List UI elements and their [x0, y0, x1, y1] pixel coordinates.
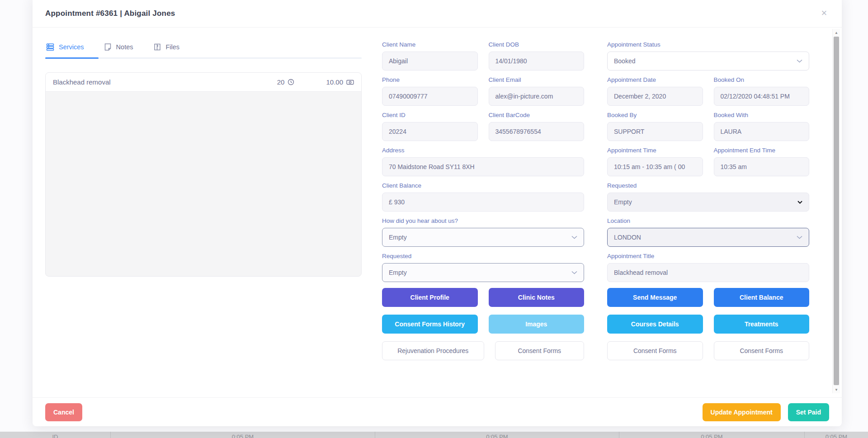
field-booked-with: Booked With LAURA: [714, 112, 810, 141]
field-client-name: Client Name Abigail: [382, 41, 478, 71]
appointment-end-time-input[interactable]: 10:35 am: [714, 157, 810, 176]
client-email-input[interactable]: alex@in-picture.com: [489, 87, 585, 106]
chevron-down-icon: [797, 59, 802, 63]
clock-icon: [288, 79, 294, 85]
background-cell: 0:05 PM: [375, 432, 619, 438]
files-icon: [153, 43, 161, 51]
appointment-date-input[interactable]: December 2, 2020: [607, 87, 703, 106]
appointment-end-time-label: Appointment End Time: [714, 147, 810, 154]
service-duration: 20: [277, 78, 295, 86]
appointment-title-label: Appointment Title: [607, 253, 809, 259]
consent-forms-button[interactable]: Consent Forms: [607, 341, 703, 360]
rejuvenation-procedures-button[interactable]: Rejuvenation Procedures: [382, 341, 484, 360]
field-booked-on: Booked On 02/12/2020 04:48:51 PM: [714, 76, 810, 106]
chevron-down-icon: [571, 235, 577, 239]
field-appointment-end-time: Appointment End Time 10:35 am: [714, 147, 810, 176]
requested-left-select[interactable]: Empty: [382, 263, 584, 282]
booked-with-input[interactable]: LAURA: [714, 122, 810, 141]
tab-services[interactable]: Services: [46, 43, 84, 51]
chevron-down-icon: [571, 271, 577, 274]
client-dob-input[interactable]: 14/01/1980: [489, 52, 585, 71]
service-price: 10.00: [326, 78, 354, 86]
service-row[interactable]: Blackhead removal 20 10.00: [46, 73, 361, 92]
phone-label: Phone: [382, 76, 478, 83]
appointment-time-input[interactable]: 10:15 am - 10:35 am ( 00: [607, 157, 703, 176]
client-dob-label: Client DOB: [489, 41, 585, 48]
set-paid-button[interactable]: Set Paid: [788, 403, 829, 421]
scrollbar-thumb[interactable]: [834, 37, 839, 385]
tab-files[interactable]: Files: [153, 43, 180, 51]
requested-right-select[interactable]: Empty: [607, 193, 809, 212]
background-cell: ID: [0, 432, 111, 438]
field-hear-about: How did you hear about us? Empty: [382, 217, 584, 247]
tab-notes-label: Notes: [116, 43, 133, 51]
modal-footer: Cancel Update Appointment Set Paid: [33, 397, 842, 426]
background-cell: 0:05 PM: [619, 432, 805, 438]
booked-with-label: Booked With: [714, 112, 810, 118]
form-column-left: Client Name Abigail Client DOB 14/01/198…: [382, 41, 584, 397]
appointment-time-label: Appointment Time: [607, 147, 703, 154]
client-profile-button[interactable]: Client Profile: [382, 288, 478, 307]
appointment-status-select[interactable]: Booked: [607, 52, 809, 71]
consent-forms-button[interactable]: Consent Forms: [495, 341, 585, 360]
services-panel: Services Notes: [45, 41, 362, 397]
field-client-id: Client ID 20224: [382, 112, 478, 141]
modal-header: Appointment #6361 | Abigail Jones ×: [33, 0, 842, 28]
tab-notes[interactable]: Notes: [104, 43, 133, 51]
booked-by-label: Booked By: [607, 112, 703, 118]
vertical-scrollbar[interactable]: ▲ ▼: [832, 29, 840, 393]
requested-right-label: Requested: [607, 182, 809, 189]
close-icon[interactable]: ×: [818, 7, 830, 19]
chevron-down-icon: [797, 235, 802, 239]
consent-forms-button[interactable]: Consent Forms: [714, 341, 810, 360]
client-id-label: Client ID: [382, 112, 478, 118]
field-client-dob: Client DOB 14/01/1980: [489, 41, 585, 71]
services-icon: [46, 43, 54, 51]
update-appointment-button[interactable]: Update Appointment: [703, 403, 781, 421]
treatments-button[interactable]: Treatments: [714, 315, 810, 334]
hear-about-select[interactable]: Empty: [382, 228, 584, 247]
client-balance-label: Client Balance: [382, 182, 584, 189]
appointment-title-input[interactable]: Blackhead removal: [607, 263, 809, 282]
send-message-button[interactable]: Send Message: [607, 288, 703, 307]
courses-details-button[interactable]: Courses Details: [607, 315, 703, 334]
location-select[interactable]: LONDON: [607, 228, 809, 247]
field-booked-by: Booked By SUPPORT: [607, 112, 703, 141]
client-barcode-input[interactable]: 3455678976554: [489, 122, 585, 141]
consent-forms-history-button[interactable]: Consent Forms History: [382, 315, 478, 334]
client-name-label: Client Name: [382, 41, 478, 48]
scroll-down-icon[interactable]: ▼: [833, 386, 840, 393]
phone-input[interactable]: 07490009777: [382, 87, 478, 106]
location-label: Location: [607, 217, 809, 224]
client-balance-button[interactable]: Client Balance: [714, 288, 810, 307]
address-label: Address: [382, 147, 584, 154]
client-email-label: Client Email: [489, 76, 585, 83]
booked-on-label: Booked On: [714, 76, 810, 83]
scroll-up-icon[interactable]: ▲: [833, 29, 840, 36]
clinic-notes-button[interactable]: Clinic Notes: [489, 288, 585, 307]
appointment-modal: Appointment #6361 | Abigail Jones × Serv…: [33, 0, 842, 426]
modal-title: Appointment #6361 | Abigail Jones: [45, 9, 829, 18]
booked-by-input[interactable]: SUPPORT: [607, 122, 703, 141]
booked-on-input[interactable]: 02/12/2020 04:48:51 PM: [714, 87, 810, 106]
field-client-balance: Client Balance £ 930: [382, 182, 584, 212]
images-button[interactable]: Images: [489, 315, 585, 334]
tab-files-label: Files: [166, 43, 180, 51]
appointment-status-label: Appointment Status: [607, 41, 809, 48]
cancel-button[interactable]: Cancel: [45, 403, 82, 421]
tab-bar: Services Notes: [45, 41, 362, 57]
field-appointment-status: Appointment Status Booked: [607, 41, 809, 71]
client-id-input[interactable]: 20224: [382, 122, 478, 141]
field-client-barcode: Client BarCode 3455678976554: [489, 112, 585, 141]
hear-about-label: How did you hear about us?: [382, 217, 584, 224]
address-input[interactable]: 70 Maidstone Road SY11 8XH: [382, 157, 584, 176]
client-name-input[interactable]: Abigail: [382, 52, 478, 71]
requested-left-label: Requested: [382, 253, 584, 259]
modal-body: Services Notes: [33, 28, 842, 397]
background-cell: 0:05 PM: [111, 432, 375, 438]
service-name: Blackhead removal: [53, 78, 277, 86]
appointment-date-label: Appointment Date: [607, 76, 703, 83]
appointment-form: Client Name Abigail Client DOB 14/01/198…: [382, 41, 809, 397]
field-client-email: Client Email alex@in-picture.com: [489, 76, 585, 106]
client-balance-input[interactable]: £ 930: [382, 193, 584, 212]
